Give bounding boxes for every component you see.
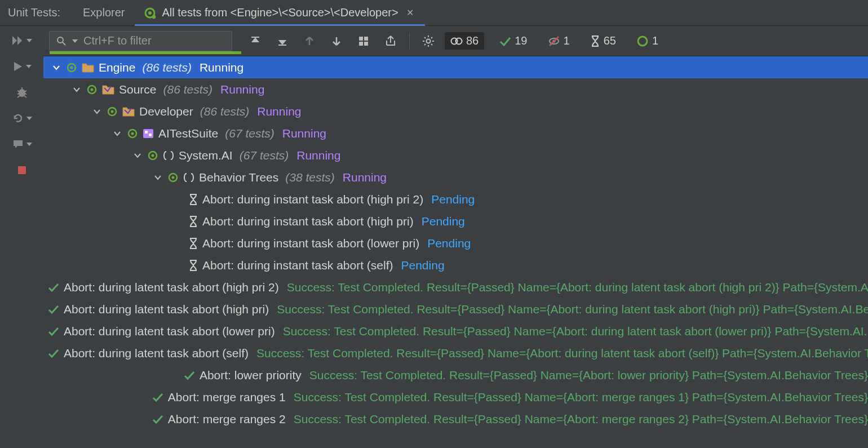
- node-name: Source: [119, 83, 157, 96]
- running-icon: [167, 172, 179, 183]
- run-gutter: [0, 26, 43, 448]
- test-status: Success: Test Completed. Result={Passed}…: [256, 347, 868, 360]
- node-status: Running: [343, 171, 387, 184]
- divider: [409, 33, 410, 50]
- tree-node-system-ai[interactable]: System.AI (67 tests) Running: [43, 144, 868, 166]
- test-leaf[interactable]: Abort: during instant task abort (lower …: [43, 232, 868, 254]
- svg-rect-26: [145, 131, 148, 134]
- tree-node-engine[interactable]: Engine (86 tests) Running: [43, 56, 868, 78]
- folder-marked-icon: [122, 107, 135, 117]
- check-icon: [499, 35, 511, 47]
- svg-rect-6: [359, 37, 363, 41]
- test-name: Abort: during instant task abort (lower …: [202, 237, 419, 250]
- close-icon[interactable]: ✕: [404, 6, 416, 19]
- debug-button[interactable]: [0, 85, 43, 100]
- test-status: Success: Test Completed. Result={Passed}…: [283, 325, 868, 338]
- test-status: Success: Test Completed. Result={Passed}…: [294, 412, 868, 426]
- test-name: Abort: merge ranges 1: [168, 391, 286, 404]
- svg-point-16: [641, 39, 644, 43]
- filter-search[interactable]: [49, 31, 232, 51]
- running-icon: [66, 62, 77, 73]
- node-count: (86 tests): [200, 105, 250, 118]
- chevron-down-icon[interactable]: [153, 172, 163, 183]
- test-status: Pending: [422, 215, 465, 228]
- svg-point-24: [131, 132, 134, 135]
- test-leaf[interactable]: Abort: merge ranges 1 Success: Test Comp…: [43, 386, 868, 408]
- test-leaf[interactable]: Abort: during instant task abort (high p…: [43, 188, 868, 210]
- chevron-down-icon: [26, 117, 32, 120]
- svg-rect-7: [364, 37, 368, 41]
- svg-point-22: [111, 110, 114, 113]
- next-failed-button[interactable]: [326, 30, 347, 52]
- test-leaf[interactable]: Abort: lower priority Success: Test Comp…: [43, 364, 868, 386]
- expand-all-button[interactable]: [245, 30, 266, 52]
- count-total-value: 86: [466, 34, 479, 47]
- chevron-down-icon: [26, 65, 32, 68]
- test-name: Abort: during instant task abort (high p…: [202, 193, 423, 206]
- settings-button[interactable]: [418, 30, 439, 52]
- running-icon: [107, 106, 118, 117]
- svg-point-1: [148, 11, 152, 15]
- test-leaf[interactable]: Abort: during instant task abort (high p…: [43, 210, 868, 232]
- node-name: Developer: [139, 105, 193, 118]
- rerun-button[interactable]: [0, 110, 43, 126]
- count-passed-value: 19: [515, 34, 527, 47]
- count-running-value: 1: [652, 34, 658, 47]
- test-leaf[interactable]: Abort: during latent task abort (lower p…: [43, 320, 868, 342]
- test-name: Abort: during instant task abort (high p…: [202, 215, 414, 228]
- chevron-down-icon[interactable]: [51, 63, 61, 73]
- search-input[interactable]: [83, 34, 226, 47]
- check-icon: [184, 370, 195, 380]
- count-running[interactable]: 1: [631, 32, 664, 50]
- tab-active-session[interactable]: All tests from <Engine>\<Source>\<Develo…: [135, 0, 424, 25]
- test-leaf[interactable]: Abort: merge ranges 2 Success: Test Comp…: [43, 408, 868, 430]
- node-name: System.AI: [179, 149, 233, 162]
- session-toolbar: 86 19 1: [43, 26, 868, 56]
- chevron-down-icon[interactable]: [92, 107, 102, 117]
- test-status: Success: Test Completed. Result={Passed}…: [287, 281, 868, 294]
- count-pending[interactable]: 65: [584, 32, 622, 50]
- svg-point-10: [427, 39, 431, 43]
- group-by-button[interactable]: [353, 30, 374, 52]
- node-status: Running: [257, 105, 301, 118]
- node-status: Running: [296, 149, 340, 162]
- running-icon: [147, 150, 158, 161]
- node-status: Running: [200, 61, 243, 74]
- running-icon: [127, 128, 138, 139]
- node-name: AITestSuite: [158, 127, 218, 140]
- stop-button[interactable]: [0, 162, 43, 178]
- tab-explorer[interactable]: Explorer: [73, 0, 135, 25]
- tree-node-aitestsuite[interactable]: AITestSuite (67 tests) Running: [43, 122, 868, 144]
- node-name: Engine: [99, 61, 135, 74]
- comment-button[interactable]: [0, 136, 43, 152]
- test-leaf[interactable]: Abort: during latent task abort (self) S…: [43, 342, 868, 364]
- test-name: Abort: during latent task abort (self): [64, 347, 249, 360]
- chevron-down-icon[interactable]: [132, 150, 143, 161]
- test-status: Pending: [401, 259, 445, 272]
- chevron-down-icon[interactable]: [72, 85, 82, 95]
- run-fast-forward-button[interactable]: [0, 33, 43, 48]
- svg-point-18: [70, 66, 73, 69]
- hourglass-icon: [189, 238, 198, 249]
- tree-node-behavior-trees[interactable]: Behavior Trees (38 tests) Running: [43, 166, 868, 188]
- test-leaf[interactable]: Abort: during latent task abort (high pr…: [43, 276, 868, 298]
- test-leaf[interactable]: Abort: during latent task abort (high pr…: [43, 298, 868, 320]
- svg-rect-25: [143, 129, 153, 138]
- count-total[interactable]: 86: [445, 32, 484, 50]
- tree-node-source[interactable]: Source (86 tests) Running: [43, 78, 868, 100]
- tree-node-developer[interactable]: Developer (86 tests) Running: [43, 100, 868, 122]
- count-failed[interactable]: 1: [542, 32, 575, 50]
- test-leaf[interactable]: Abort: during instant task abort (self) …: [43, 254, 868, 276]
- collapse-all-button[interactable]: [272, 30, 293, 52]
- check-icon: [48, 348, 59, 358]
- prev-failed-button[interactable]: [299, 30, 320, 52]
- check-icon: [48, 304, 59, 314]
- test-status: Success: Test Completed. Result={Passed}…: [309, 369, 868, 382]
- export-button[interactable]: [380, 30, 401, 52]
- run-play-button[interactable]: [0, 59, 43, 74]
- svg-rect-27: [149, 134, 152, 136]
- count-passed[interactable]: 19: [493, 32, 533, 50]
- svg-point-12: [456, 38, 462, 44]
- running-icon: [636, 35, 649, 47]
- chevron-down-icon[interactable]: [112, 128, 122, 139]
